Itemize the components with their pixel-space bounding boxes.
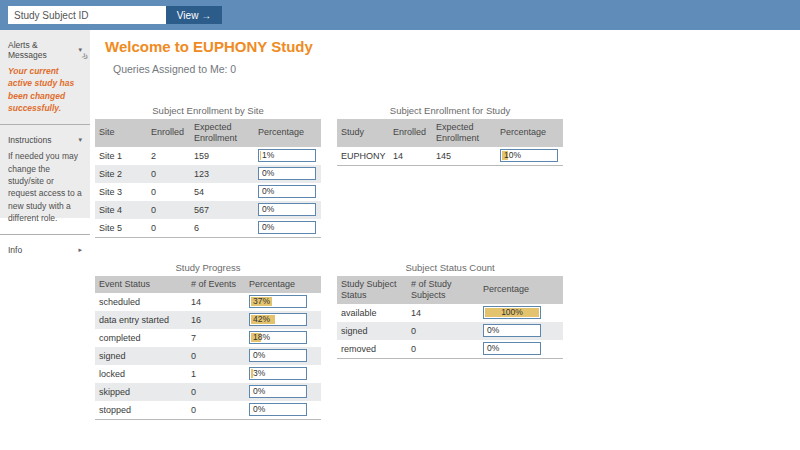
progress-bar-label: 42% [250,314,306,325]
table-title: Study Progress [95,262,321,273]
sidebar-item-instructions[interactable]: Instructions ▾ [8,135,82,145]
column-header: Percentage [245,276,321,293]
column-header: Percentage [254,119,321,147]
subject-status-count-card: Subject Status Count Study Subject Statu… [337,262,563,359]
table-title: Subject Status Count [337,262,563,273]
column-header: Event Status [95,276,187,293]
progress-bar-label: 0% [250,386,306,397]
table-cell: 0 [147,165,190,183]
progress-bar-label: 100% [484,307,540,318]
table-cell: Site 4 [95,201,147,219]
sidebar-item-alerts-messages[interactable]: Alerts & Messages ▾ [8,40,82,60]
percentage-cell: 3% [245,365,321,383]
table-cell: Site 2 [95,165,147,183]
enrollment-for-study-table: StudyEnrolledExpected EnrollmentPercenta… [337,119,563,166]
percentage-cell: 0% [245,383,321,401]
table-cell: 145 [432,147,496,166]
table-cell: 54 [190,183,254,201]
study-subject-id-input[interactable] [8,6,166,24]
table-cell: Site 3 [95,183,147,201]
progress-bar-label: 37% [250,296,306,307]
alerts-messages-label: Alerts & Messages [8,40,78,60]
sidebar: Alerts & Messages ▾ Your current active … [0,30,90,218]
progress-bar: 37% [249,295,307,308]
table-row: data entry started1642% [95,311,321,329]
progress-bar-label: 0% [259,186,315,197]
table-cell: 567 [190,201,254,219]
table-cell: Site 1 [95,147,147,165]
enrollment-by-site-table: SiteEnrolledExpected EnrollmentPercentag… [95,119,321,238]
table-cell: 0 [187,383,245,401]
progress-bar-label: 0% [259,168,315,179]
sidebar-divider [0,124,90,125]
view-button[interactable]: View → [166,6,222,24]
progress-bar: 0% [258,203,316,216]
progress-bar-label: 0% [259,222,315,233]
sidebar-divider [0,234,90,235]
column-header: Percentage [496,119,563,147]
percentage-cell: 42% [245,311,321,329]
table-row: completed718% [95,329,321,347]
table-row: stopped00% [95,401,321,420]
table-row: Site 405670% [95,201,321,219]
table-cell: 14 [407,304,479,322]
table-cell: completed [95,329,187,347]
progress-bar: 10% [500,149,558,162]
percentage-cell: 0% [479,322,563,340]
subject-status-count-table: Study Subject Status# of Study SubjectsP… [337,276,563,359]
table-cell: removed [337,340,407,359]
progress-bar: 0% [483,324,541,337]
sidebar-item-info[interactable]: Info ▸ [8,245,82,255]
progress-bar: 0% [258,185,316,198]
alert-message-text: Your current active study has been chang… [8,65,82,114]
table-row: removed00% [337,340,563,359]
table-row: locked13% [95,365,321,383]
percentage-cell: 0% [254,201,321,219]
column-header: Percentage [479,276,563,304]
table-cell: 0 [187,347,245,365]
table-cell: 14 [187,293,245,311]
column-header: Site [95,119,147,147]
progress-bar-label: 0% [484,325,540,336]
table-row: Site 5060% [95,219,321,238]
table-cell: 16 [187,311,245,329]
progress-bar: 0% [249,349,307,362]
column-header: Expected Enrollment [190,119,254,147]
progress-bar-label: 10% [501,150,557,161]
table-cell: 1 [187,365,245,383]
table-row: EUPHONY1414510% [337,147,563,166]
table-row: Site 30540% [95,183,321,201]
progress-bar: 0% [258,167,316,180]
progress-bar: 100% [483,306,541,319]
percentage-cell: 0% [254,165,321,183]
column-header: Expected Enrollment [432,119,496,147]
info-label: Info [8,245,22,255]
progress-bar: 1% [258,149,316,162]
progress-bar-label: 1% [259,150,315,161]
table-cell: data entry started [95,311,187,329]
page-title: Welcome to EUPHONY Study [105,38,313,55]
percentage-cell: 0% [245,401,321,420]
chevron-right-icon: ▸ [78,246,82,254]
table-cell: 7 [187,329,245,347]
table-cell: 123 [190,165,254,183]
table-cell: 0 [147,183,190,201]
progress-bar-label: 18% [250,332,306,343]
percentage-cell: 1% [254,147,321,165]
column-header: Enrolled [389,119,432,147]
chevron-down-icon: ▾ [78,136,82,144]
table-cell: locked [95,365,187,383]
table-row: signed00% [337,322,563,340]
progress-bar: 0% [258,221,316,234]
table-cell: signed [95,347,187,365]
table-title: Subject Enrollment by Site [95,105,321,116]
instructions-label: Instructions [8,135,51,145]
percentage-cell: 0% [479,340,563,359]
percentage-cell: 10% [496,147,563,166]
progress-bar: 0% [249,385,307,398]
table-cell: signed [337,322,407,340]
progress-bar: 3% [249,367,307,380]
table-cell: 0 [407,322,479,340]
instructions-text: If needed you may change the study/site … [8,150,82,224]
table-row: Site 121591% [95,147,321,165]
